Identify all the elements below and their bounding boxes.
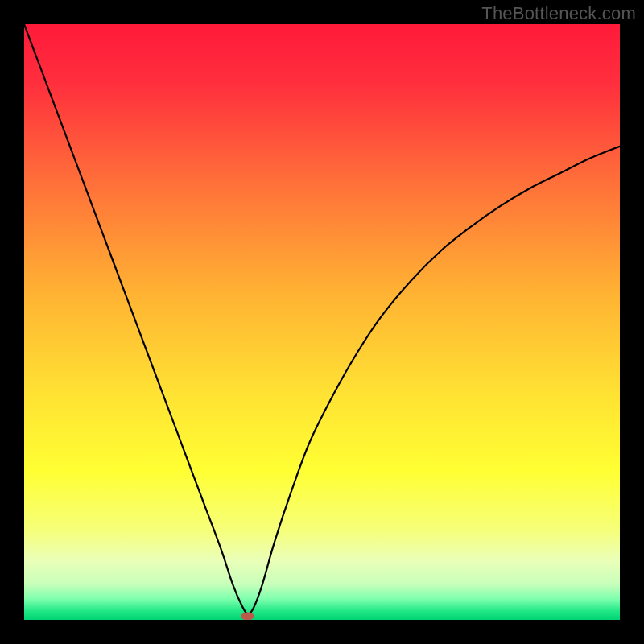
bottleneck-chart: [24, 24, 620, 620]
watermark-label: TheBottleneck.com: [481, 3, 636, 24]
chart-background: [24, 24, 620, 620]
chart-frame: TheBottleneck.com: [0, 0, 644, 644]
plot-area: [24, 24, 620, 620]
